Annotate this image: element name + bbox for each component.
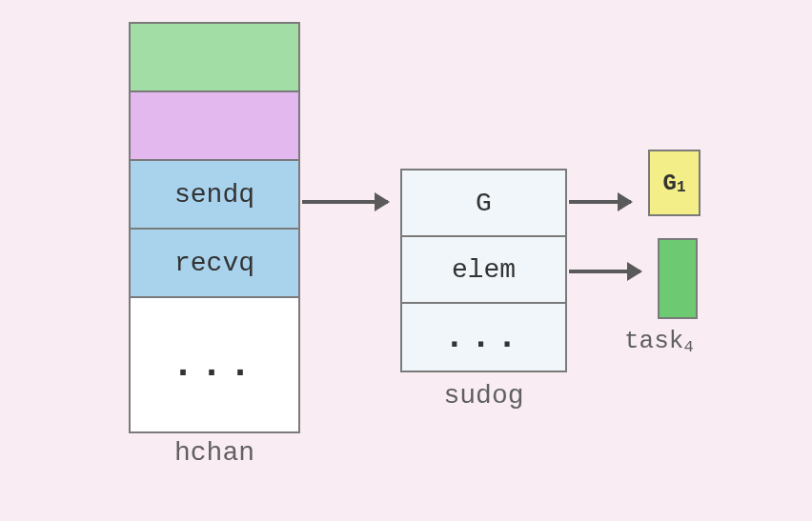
sudog-cell-g: G	[402, 170, 565, 237]
hchan-struct: sendq recvq ...	[129, 22, 300, 433]
hchan-cell-1	[131, 24, 298, 92]
arrow-g-to-g1	[569, 200, 631, 204]
arrow-hchan-to-sudog	[302, 200, 388, 204]
diagram-container: sendq recvq ... hchan G elem ... sudog G…	[0, 0, 812, 521]
hchan-cell-recvq: recvq	[131, 230, 298, 298]
task-subscript: 4	[683, 338, 693, 356]
task-label: task4	[624, 327, 694, 355]
task-box	[658, 238, 698, 319]
sudog-cell-elem: elem	[402, 237, 565, 304]
sudog-cell-ellipsis: ...	[402, 304, 565, 371]
g1-box: G1	[648, 150, 700, 216]
hchan-cell-sendq: sendq	[131, 161, 298, 230]
task-prefix: task	[624, 327, 683, 355]
hchan-label: hchan	[129, 438, 300, 468]
g1-prefix: G	[662, 170, 676, 196]
sudog-struct: G elem ...	[400, 169, 567, 372]
sudog-label: sudog	[400, 381, 567, 411]
arrow-elem-to-task	[569, 270, 640, 273]
hchan-cell-ellipsis: ...	[131, 298, 298, 431]
hchan-cell-2	[131, 92, 298, 161]
g1-subscript: 1	[677, 179, 686, 196]
